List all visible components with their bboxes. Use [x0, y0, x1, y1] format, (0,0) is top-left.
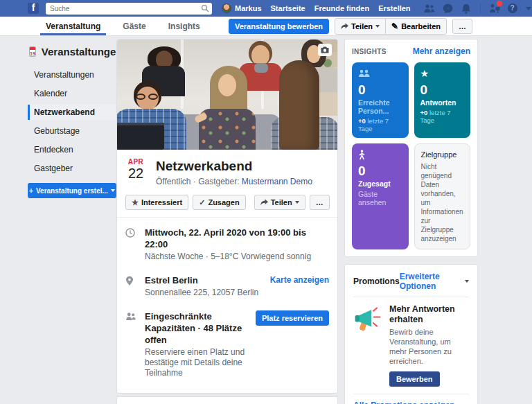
chevron-down-icon[interactable]: [465, 280, 469, 283]
sidebar-item-label: Veranstaltungen: [34, 70, 94, 80]
sidebar-header: 19 Veranstaltungen: [29, 46, 116, 58]
boost-button[interactable]: Bewerben: [389, 371, 440, 387]
search-icon[interactable]: [201, 4, 209, 12]
event-capacity-note: Reserviere einen Platz und bestätige mit…: [145, 347, 250, 378]
camera-icon: [321, 46, 329, 53]
cover-glasses: [148, 94, 158, 100]
sidebar-item-entdecken[interactable]: Entdecken: [28, 142, 116, 157]
interested-button[interactable]: ★ Interessiert: [125, 195, 188, 210]
boost-label: Bewerben: [396, 375, 433, 383]
more-options-button[interactable]: …: [452, 19, 472, 34]
right-sidebar: INSIGHTS Mehr anzeigen 0 Erreichte Perso…: [344, 39, 478, 404]
user-avatar: [222, 3, 231, 13]
insights-tiles: 0 Erreichte Person... +0 letzte 7 Tage ★…: [352, 62, 470, 249]
sidebar-item-label: Entdecken: [34, 145, 73, 155]
friend-requests-icon[interactable]: [424, 3, 434, 14]
sidebar-item-label: Geburtstage: [34, 126, 80, 136]
pencil-icon: ✎: [391, 22, 398, 30]
event-more-button[interactable]: …: [310, 195, 330, 210]
reserve-seat-label: Platz reservieren: [262, 314, 323, 322]
edit-button-label: Bearbeiten: [401, 22, 441, 30]
create-event-label: Veranstaltung erstel...: [36, 187, 108, 195]
account-menu-icon[interactable]: [526, 7, 531, 10]
show-map-link[interactable]: Karte anzeigen: [270, 275, 329, 285]
insights-header: INSIGHTS: [352, 48, 387, 55]
event-venue: Estrel Berlin: [145, 274, 265, 286]
share-button[interactable]: Teilen: [335, 19, 385, 34]
event-share-label: Teilen: [271, 198, 292, 207]
reserve-seat-button[interactable]: Platz reservieren: [256, 310, 329, 326]
detail-row-capacity: Eingeschränkte Kapazitäten · 48 Plätze o…: [125, 304, 329, 385]
promotion-item: Mehr Antworten erhalten Bewirb deine Ver…: [353, 297, 469, 387]
event-card: APR 22 Netzwerkabend Öffentlich · Gastge…: [116, 39, 338, 394]
cover-person: [199, 109, 256, 150]
search-box: [46, 3, 212, 15]
tab-insights[interactable]: Insights: [157, 17, 211, 35]
user-name: Markus: [235, 4, 262, 12]
megaphone-icon: [353, 304, 382, 335]
event-time: Mittwoch, 22. April 2020 von 19:00 bis 2…: [145, 227, 329, 250]
sidebar-item-veranstaltungen[interactable]: Veranstaltungen: [28, 67, 116, 82]
event-date: APR 22: [125, 158, 146, 186]
navbar-icons: ?: [424, 3, 531, 14]
promotion-title: Mehr Antworten erhalten: [389, 304, 469, 325]
view-guests-link[interactable]: Gäste ansehen: [358, 190, 402, 207]
facebook-logo[interactable]: f: [28, 3, 39, 14]
insights-more-link[interactable]: Mehr anzeigen: [413, 46, 470, 56]
pages-ads-icon[interactable]: [489, 3, 499, 14]
event-host-link[interactable]: Mustermann Demo: [242, 177, 312, 186]
edit-button[interactable]: ✎ Bearbeiten: [385, 19, 446, 34]
more-options-label: …: [459, 22, 466, 30]
tab-veranstaltung-label: Veranstaltung: [46, 21, 100, 31]
sidebar-item-kalender[interactable]: Kalender: [28, 86, 116, 101]
sidebar-item-geburtstage[interactable]: Geburtstage: [28, 123, 116, 139]
left-sidebar: 19 Veranstaltungen Veranstaltungen Kalen…: [28, 39, 116, 198]
sidebar-title: Veranstaltungen: [42, 46, 123, 58]
profile-shortcut[interactable]: Markus: [222, 3, 262, 13]
event-details: Mittwoch, 22. April 2020 von 19:00 bis 2…: [117, 218, 337, 393]
event-capacity: Eingeschränkte Kapazitäten · 48 Plätze o…: [145, 310, 250, 346]
all-promotions-link[interactable]: Alle Promotions anzeigen: [353, 401, 455, 404]
chevron-down-icon: [375, 25, 380, 28]
tab-veranstaltung[interactable]: Veranstaltung: [35, 17, 112, 35]
nav-link-create[interactable]: Erstellen: [378, 4, 410, 12]
walking-person-icon: [358, 150, 402, 159]
calendar-icon: 19: [29, 46, 36, 57]
tab-info[interactable]: Info: [117, 397, 227, 404]
tab-gaeste[interactable]: Gäste: [112, 17, 157, 35]
event-cover-photo[interactable]: [117, 39, 337, 150]
going-button[interactable]: ✓ Zusagen: [193, 195, 245, 210]
promote-event-button[interactable]: Veranstaltung bewerben: [229, 19, 329, 34]
event-visibility: Öffentlich · Gastgeber:: [156, 177, 242, 186]
help-icon[interactable]: ?: [508, 3, 517, 13]
sidebar-item-netzwerkabend[interactable]: Netzwerkabend: [28, 105, 116, 120]
sidebar-item-gastgeber[interactable]: Gastgeber: [28, 161, 116, 176]
trend-value: +0: [358, 117, 366, 125]
responses-label: Antworten: [420, 98, 465, 107]
tab-diskussion[interactable]: Diskussion: [227, 397, 337, 404]
create-event-button[interactable]: + Veranstaltung erstel...: [28, 183, 116, 198]
event-main-column: APR 22 Netzwerkabend Öffentlich · Gastge…: [116, 39, 338, 404]
navbar-right: Markus Startseite Freunde finden Erstell…: [222, 3, 531, 14]
capacity-people-icon: [125, 310, 145, 323]
tile-going[interactable]: 0 Zugesagt Gäste ansehen: [352, 143, 409, 249]
nav-link-home[interactable]: Startseite: [271, 4, 305, 12]
location-pin-icon: [125, 274, 145, 288]
messenger-icon[interactable]: [443, 3, 453, 14]
advanced-options-link[interactable]: Erweiterte Optionen: [400, 272, 462, 291]
edit-cover-photo-button[interactable]: [318, 44, 332, 56]
tile-responses[interactable]: ★ 0 Antworten +0 letzte 7 Tage: [414, 62, 471, 138]
tile-reached-people[interactable]: 0 Erreichte Person... +0 letzte 7 Tage: [352, 62, 409, 138]
sidebar-item-label: Gastgeber: [34, 164, 73, 173]
share-button-label: Teilen: [351, 22, 373, 30]
tab-gaeste-label: Gäste: [123, 21, 145, 31]
cover-laptop: [117, 123, 164, 150]
search-input[interactable]: [46, 3, 212, 15]
top-navbar: f Markus Startseite Freunde finden Erste…: [0, 0, 532, 17]
notifications-icon[interactable]: [461, 3, 472, 14]
event-toolbar-tabs: Veranstaltung Gäste Insights: [35, 17, 211, 35]
event-share-button[interactable]: Teilen: [254, 195, 305, 210]
nav-link-find-friends[interactable]: Freunde finden: [314, 4, 369, 12]
event-toolbar: Veranstaltung Gäste Insights Veranstaltu…: [0, 17, 532, 36]
people-group-icon: [358, 69, 402, 78]
